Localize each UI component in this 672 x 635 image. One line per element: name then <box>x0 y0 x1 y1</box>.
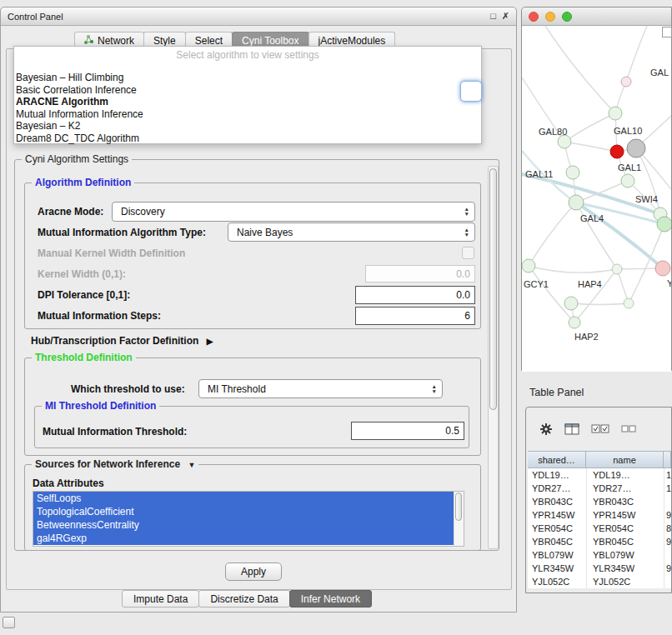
network-node-red-node[interactable] <box>610 145 624 158</box>
birdseye-box[interactable] <box>662 27 672 38</box>
aracne-mode-select[interactable]: Discovery ▲▼ <box>112 202 475 222</box>
tab-discretize-data[interactable]: Discretize Data <box>198 590 289 608</box>
settings-scrollbar[interactable] <box>488 166 499 549</box>
network-node-GAL11[interactable] <box>566 166 579 179</box>
algorithm-option[interactable]: Dream8 DC_TDC Algorithm <box>16 132 481 145</box>
network-node-GAL1[interactable] <box>621 174 634 188</box>
control-panel-titlebar[interactable]: Control Panel □ ✗ <box>1 8 516 26</box>
mi-steps-field[interactable]: 6 <box>355 307 475 325</box>
table-cell[interactable] <box>664 575 671 588</box>
table-cell[interactable]: YDL19… <box>528 468 586 482</box>
table-cell[interactable]: YPR145W <box>586 508 664 522</box>
close-window-icon[interactable]: ✗ <box>502 11 509 22</box>
data-attribute-item[interactable]: gal4RGexp <box>33 532 454 545</box>
manual-kernel-width-checkbox[interactable] <box>462 247 474 259</box>
network-node-HAP4[interactable] <box>564 297 578 310</box>
network-node-small-bottom[interactable] <box>624 298 634 308</box>
table-cell[interactable]: 9. <box>664 508 671 522</box>
table-cell[interactable]: YER054C <box>528 522 586 535</box>
column-header-name[interactable]: name <box>586 451 664 468</box>
dpi-tolerance-field[interactable]: 0.0 <box>355 286 475 304</box>
columns-icon[interactable] <box>564 423 579 435</box>
algorithm-option[interactable]: Bayesian – K2 <box>16 120 481 132</box>
table-cell[interactable]: YDR27… <box>528 482 586 495</box>
scrollbar-thumb[interactable] <box>455 492 462 521</box>
network-node-GAL4[interactable] <box>569 195 584 210</box>
table-row[interactable]: YBR043CYBR043C <box>528 495 671 508</box>
table-cell[interactable]: YDL19… <box>586 468 664 482</box>
algorithm-option[interactable]: ARACNE Algorithm <box>16 96 481 108</box>
close-traffic-light-icon[interactable] <box>529 12 539 22</box>
table-row[interactable]: YLR345WYLR345W9. <box>528 562 671 575</box>
table-cell[interactable]: 9. <box>664 562 671 575</box>
network-node-pink-right[interactable] <box>655 261 670 276</box>
network-node-GAL80[interactable] <box>558 135 571 148</box>
table-cell[interactable]: YBR045C <box>586 535 664 548</box>
table-cell[interactable]: YDR27… <box>586 482 664 495</box>
algorithm-option[interactable]: Basic Correlation Inference <box>16 84 481 97</box>
network-window-titlebar[interactable] <box>522 8 671 26</box>
table-cell[interactable]: YLR345W <box>528 562 586 575</box>
data-attribute-item[interactable]: SelfLoops <box>33 492 454 505</box>
table-cell[interactable] <box>664 548 671 562</box>
hub-section-toggle[interactable]: Hub/Transcription Factor Definition ▶ <box>31 335 213 347</box>
network-node-GCY1[interactable] <box>522 259 535 272</box>
data-attributes-list[interactable]: SelfLoopsTopologicalCoefficientBetweenne… <box>33 491 464 547</box>
scrollbar-thumb[interactable] <box>489 168 497 410</box>
network-node-small-mid[interactable] <box>612 264 622 274</box>
mi-algorithm-type-select[interactable]: Naive Bayes ▲▼ <box>228 222 475 242</box>
table-row[interactable]: YDR27…YDR27…12 <box>528 482 671 495</box>
tab-impute-data[interactable]: Impute Data <box>122 590 199 608</box>
table-cell[interactable]: 8. <box>664 522 671 535</box>
kernel-width-field[interactable]: 0.0 <box>365 265 475 282</box>
tab-infer-network[interactable]: Infer Network <box>289 590 372 608</box>
algorithm-option[interactable]: Bayesian – Hill Climbing <box>16 72 481 84</box>
minimized-panel-icon[interactable] <box>3 617 15 628</box>
algorithm-option[interactable]: Mutual Information Inference <box>16 108 481 121</box>
sources-group-title[interactable]: Sources for Network Inference ▼ <box>32 458 198 470</box>
table-cell[interactable]: YBR043C <box>528 495 586 508</box>
column-header-shared-name[interactable]: shared… <box>528 451 586 468</box>
table-cell[interactable]: YBR043C <box>586 495 664 508</box>
table-cell[interactable]: YJL052C <box>528 575 586 588</box>
list-scrollbar[interactable] <box>454 492 464 546</box>
table-cell[interactable]: YBL079W <box>586 548 664 562</box>
network-canvas-svg[interactable]: GALGAL80GAL10GAL11GAL1SWI4GAL4GCY1HAP4HA… <box>522 26 671 372</box>
table-row[interactable]: YER054CYER054C8. <box>528 522 671 535</box>
data-attribute-item[interactable]: TopologicalCoefficient <box>33 505 454 518</box>
table-row[interactable]: YJL052CYJL052C <box>528 575 671 588</box>
network-node-pink-top[interactable] <box>621 77 631 87</box>
float-window-icon[interactable]: □ <box>490 11 496 22</box>
minimize-traffic-light-icon[interactable] <box>545 12 555 22</box>
table-cell[interactable]: YLR345W <box>586 562 664 575</box>
table-cell[interactable]: YJL052C <box>586 575 664 588</box>
table-row[interactable]: YDL19…YDL19…13 <box>528 468 671 482</box>
table-cell[interactable]: YBR045C <box>528 535 586 548</box>
select-all-icon[interactable] <box>591 424 609 434</box>
network-node-green-top[interactable] <box>609 107 622 120</box>
data-attribute-item[interactable]: BetweennessCentrality <box>33 518 454 532</box>
zoom-traffic-light-icon[interactable] <box>562 12 572 22</box>
column-header-extra[interactable] <box>664 451 671 468</box>
table-cell[interactable]: YPR145W <box>528 508 586 522</box>
table-cell[interactable]: 13 <box>664 468 671 482</box>
table-cell[interactable]: 9. <box>664 535 671 548</box>
network-node-HAP2[interactable] <box>569 317 580 328</box>
gear-icon[interactable] <box>539 422 553 436</box>
table-row[interactable]: YBR045CYBR045C9. <box>528 535 671 548</box>
network-node-green-right[interactable] <box>657 217 671 232</box>
table-row[interactable]: YBL079WYBL079W <box>528 548 671 562</box>
expand-arrow-icon[interactable]: ▶ <box>207 337 213 346</box>
collapse-arrow-icon[interactable]: ▼ <box>188 461 195 469</box>
which-threshold-select[interactable]: MI Threshold ▲▼ <box>198 379 443 398</box>
mi-threshold-field[interactable]: 0.5 <box>351 422 464 440</box>
algorithm-combobox-focused[interactable] <box>460 81 482 102</box>
table-cell[interactable]: YBL079W <box>528 548 586 562</box>
table-cell[interactable]: YER054C <box>586 522 664 535</box>
deselect-all-icon[interactable] <box>621 425 636 433</box>
network-node-GAL10[interactable] <box>627 139 645 158</box>
table-cell[interactable] <box>664 495 671 508</box>
table-row[interactable]: YPR145WYPR145W9. <box>528 508 671 522</box>
apply-button[interactable]: Apply <box>225 562 282 581</box>
table-cell[interactable]: 12 <box>664 482 671 495</box>
